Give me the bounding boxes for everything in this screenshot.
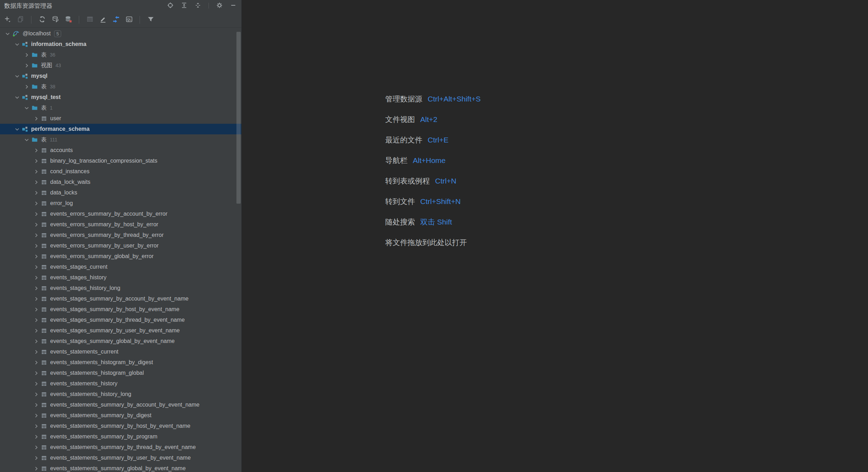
tree-row[interactable]: events_stages_summary_by_thread_by_event… <box>0 315 241 325</box>
chevron-right-icon[interactable] <box>33 391 39 397</box>
chevron-right-icon[interactable] <box>23 63 30 69</box>
chevron-right-icon[interactable] <box>33 243 39 249</box>
chevron-right-icon[interactable] <box>23 52 30 58</box>
chevron-down-icon[interactable] <box>23 105 30 111</box>
tree-row[interactable]: events_stages_summary_by_user_by_event_n… <box>0 325 241 336</box>
tree-scrollbar[interactable] <box>236 28 241 472</box>
settings-button[interactable] <box>216 2 223 10</box>
chevron-right-icon[interactable] <box>33 307 39 313</box>
tree-row[interactable]: events_errors_summary_by_host_by_error <box>0 219 241 230</box>
hide-button[interactable] <box>230 2 236 10</box>
tree-row[interactable]: 表36 <box>0 49 241 60</box>
tree-row[interactable]: events_stages_summary_by_account_by_even… <box>0 293 241 304</box>
chevron-right-icon[interactable] <box>33 434 39 440</box>
tree-row[interactable]: user <box>0 113 241 124</box>
chevron-right-icon[interactable] <box>33 200 39 206</box>
chevron-right-icon[interactable] <box>33 179 39 185</box>
tree-row[interactable]: cond_instances <box>0 166 241 177</box>
editor-area: 管理数据源Ctrl+Alt+Shift+S文件视图Alt+2最近的文件Ctrl+… <box>242 0 868 472</box>
tree-row[interactable]: events_stages_current <box>0 262 241 272</box>
tree-row[interactable]: events_statements_summary_by_user_by_eve… <box>0 453 241 463</box>
tree-row[interactable]: events_stages_summary_global_by_event_na… <box>0 336 241 346</box>
tree-row[interactable]: events_errors_summary_by_account_by_erro… <box>0 209 241 219</box>
chevron-right-icon[interactable] <box>33 360 39 366</box>
tree-row[interactable]: data_locks <box>0 187 241 198</box>
chevron-right-icon[interactable] <box>33 116 39 122</box>
chevron-right-icon[interactable] <box>33 158 39 164</box>
chevron-down-icon[interactable] <box>14 94 20 100</box>
data-source-properties-button[interactable] <box>51 16 59 24</box>
tree-row[interactable]: events_statements_summary_by_program <box>0 431 241 442</box>
chevron-right-icon[interactable] <box>33 466 39 472</box>
chevron-right-icon[interactable] <box>33 147 39 153</box>
chevron-right-icon[interactable] <box>33 328 39 334</box>
tree-row[interactable]: events_errors_summary_by_user_by_error <box>0 240 241 251</box>
tree-row[interactable]: information_schema <box>0 39 241 49</box>
refresh-button[interactable] <box>38 16 46 24</box>
chevron-right-icon[interactable] <box>33 338 39 344</box>
collapse-all-button[interactable] <box>195 2 201 10</box>
tree-row[interactable]: events_errors_summary_by_thread_by_error <box>0 230 241 240</box>
chevron-right-icon[interactable] <box>33 222 39 228</box>
filter-button[interactable] <box>146 16 155 24</box>
detach-session-button[interactable] <box>64 16 72 24</box>
chevron-right-icon[interactable] <box>33 275 39 281</box>
tree-row[interactable]: events_statements_summary_by_host_by_eve… <box>0 421 241 431</box>
chevron-right-icon[interactable] <box>33 317 39 323</box>
chevron-down-icon[interactable] <box>23 137 30 143</box>
chevron-right-icon[interactable] <box>33 455 39 461</box>
chevron-right-icon[interactable] <box>33 211 39 217</box>
tree-row[interactable]: events_statements_summary_global_by_even… <box>0 463 241 472</box>
chevron-right-icon[interactable] <box>33 254 39 260</box>
tree-row[interactable]: events_stages_history_long <box>0 283 241 293</box>
chevron-right-icon[interactable] <box>33 423 39 429</box>
modify-button[interactable] <box>99 16 107 24</box>
tree-row[interactable]: 视图43 <box>0 60 241 71</box>
scroll-to-source-button[interactable] <box>112 16 120 24</box>
chevron-right-icon[interactable] <box>33 190 39 196</box>
tree-row[interactable]: events_stages_summary_by_host_by_event_n… <box>0 304 241 315</box>
chevron-right-icon[interactable] <box>33 169 39 175</box>
add-item-button[interactable] <box>3 16 12 24</box>
query-console-button[interactable]: QL <box>125 16 133 24</box>
tree-row[interactable]: events_statements_history <box>0 378 241 389</box>
scrollbar-thumb[interactable] <box>236 32 241 204</box>
tree-row[interactable]: accounts <box>0 145 241 156</box>
tree-row[interactable]: mysql <box>0 71 241 81</box>
chevron-right-icon[interactable] <box>33 296 39 302</box>
chevron-right-icon[interactable] <box>33 232 39 238</box>
chevron-right-icon[interactable] <box>33 402 39 408</box>
tree-row[interactable]: events_statements_histogram_global <box>0 368 241 378</box>
tree-row[interactable]: binary_log_transaction_compression_stats <box>0 156 241 166</box>
tree-row[interactable]: events_statements_histogram_by_digest <box>0 357 241 368</box>
tree-row[interactable]: events_statements_summary_by_digest <box>0 410 241 421</box>
tree-row[interactable]: events_statements_summary_by_account_by_… <box>0 400 241 410</box>
chevron-down-icon[interactable] <box>14 73 20 79</box>
chevron-right-icon[interactable] <box>33 285 39 291</box>
chevron-right-icon[interactable] <box>33 444 39 450</box>
tree-row[interactable]: events_errors_summary_global_by_error <box>0 251 241 262</box>
chevron-right-icon[interactable] <box>33 349 39 355</box>
tree-row[interactable]: @localhost5 <box>0 28 241 39</box>
tree-row[interactable]: 表1 <box>0 103 241 113</box>
chevron-right-icon[interactable] <box>33 370 39 376</box>
chevron-down-icon[interactable] <box>14 126 20 132</box>
chevron-down-icon[interactable] <box>4 31 11 37</box>
expand-all-button[interactable] <box>181 2 187 10</box>
chevron-right-icon[interactable] <box>33 413 39 419</box>
tree-row[interactable]: 表38 <box>0 81 241 92</box>
tree-row[interactable]: mysql_test <box>0 92 241 103</box>
chevron-right-icon[interactable] <box>23 84 30 90</box>
tree-row[interactable]: events_statements_current <box>0 346 241 357</box>
tree-row[interactable]: events_statements_history_long <box>0 389 241 400</box>
tree-row[interactable]: data_lock_waits <box>0 177 241 187</box>
tree-row[interactable]: events_statements_summary_by_thread_by_e… <box>0 442 241 453</box>
tree-row[interactable]: error_log <box>0 198 241 209</box>
tree-row[interactable]: 表111 <box>0 134 241 145</box>
tree-row[interactable]: performance_schema <box>0 124 241 134</box>
chevron-right-icon[interactable] <box>33 264 39 270</box>
locate-button[interactable] <box>167 2 174 10</box>
chevron-right-icon[interactable] <box>33 381 39 387</box>
tree-row[interactable]: events_stages_history <box>0 272 241 283</box>
chevron-down-icon[interactable] <box>14 41 20 47</box>
